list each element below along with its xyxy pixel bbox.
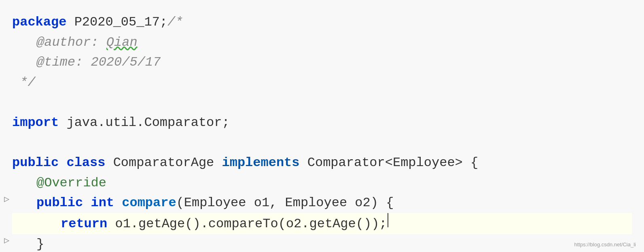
url-bar: https://blog.csdn.net/Cia_li: [574, 241, 636, 249]
class-name-text: ComparatorAge: [105, 153, 222, 173]
comment-close: */: [12, 73, 36, 93]
annotation-override: @Override: [36, 173, 106, 193]
method-compare: compare: [122, 193, 176, 213]
url-text: https://blog.csdn.net/Cia_li: [574, 241, 636, 248]
return-expr: o1.getAge().compareTo(o2.getAge());: [107, 214, 387, 234]
keyword-import: import: [12, 113, 59, 133]
code-line-method-decl: ▷ public int compare(Employee o1, Employ…: [12, 193, 632, 213]
code-line-close-method: ▷ }: [12, 234, 632, 252]
gutter-arrow-close: ▷: [4, 234, 9, 248]
code-line-override: @Override: [12, 173, 632, 193]
space1: [59, 153, 66, 173]
comparator-type: Comparator<Employee> {: [300, 153, 479, 173]
comment-open: /*: [167, 12, 183, 32]
keyword-package: package: [12, 12, 66, 32]
keyword-public2: public: [36, 193, 83, 213]
comment-time: @time: 2020/5/17: [36, 52, 161, 73]
gutter-arrow-method: ▷: [4, 193, 9, 207]
comment-author: @author:: [36, 32, 106, 53]
code-line-comment-end: */: [12, 73, 632, 93]
keyword-int: int: [91, 193, 114, 213]
keyword-class: class: [66, 153, 105, 173]
comment-author-name: Qian: [106, 32, 138, 53]
code-line-blank1: [12, 92, 632, 113]
package-name: P2020_05_17;: [66, 12, 167, 32]
code-line-author: @author: Qian: [12, 32, 632, 53]
code-line-return: return o1.getAge().compareTo(o2.getAge()…: [12, 213, 632, 234]
code-line-package: package P2020_05_17;/*: [12, 12, 632, 32]
keyword-implements: implements: [222, 153, 299, 173]
code-line-class-decl: public class ComparatorAge implements Co…: [12, 153, 632, 173]
code-editor: package P2020_05_17;/* @author: Qian @ti…: [12, 8, 632, 252]
code-line-time: @time: 2020/5/17: [12, 52, 632, 73]
text-cursor: [388, 213, 388, 227]
keyword-public: public: [12, 153, 59, 173]
import-path: java.util.Comparator;: [59, 113, 229, 133]
close-brace-method: }: [36, 234, 44, 252]
code-line-import: import java.util.Comparator;: [12, 113, 632, 133]
method-params: (Employee o1, Employee o2) {: [176, 193, 394, 213]
code-line-blank2: [12, 133, 632, 153]
keyword-return: return: [61, 214, 107, 234]
